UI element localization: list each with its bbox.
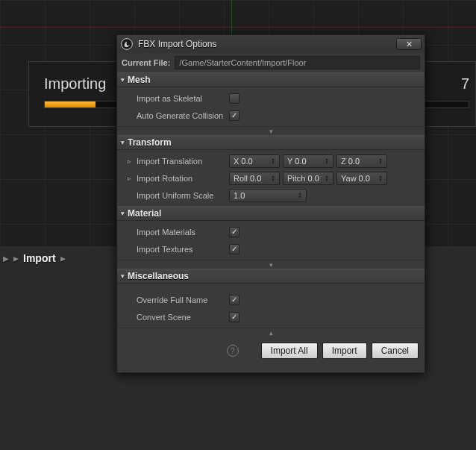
dialog-footer: ? Import All Import Cancel <box>117 337 425 372</box>
row-import-textures: Import Textures <box>117 240 425 257</box>
section-title: Miscellaneous <box>128 271 189 281</box>
disclosure-triangle-icon: ▾ <box>121 139 125 146</box>
checkbox-convert-scene[interactable] <box>229 312 239 322</box>
row-import-as-skeletal: Import as Skeletal <box>117 90 425 107</box>
import-progress-percent: 7 <box>461 75 469 93</box>
label-auto-generate-collision: Auto Generate Collision <box>137 111 229 120</box>
section-mesh: ▾ Mesh Import as Skeletal Auto Generate … <box>117 72 425 135</box>
section-material: ▾ Material Import Materials Import Textu… <box>117 206 425 269</box>
label-import-translation: Import Translation <box>137 157 229 166</box>
expand-icon[interactable]: ▹ <box>128 157 135 165</box>
label-convert-scene: Convert Scene <box>137 313 229 322</box>
spinner-translation-z[interactable]: Z0.0▲▼ <box>336 154 387 168</box>
checkbox-override-full-name[interactable] <box>229 295 239 305</box>
label-import-as-skeletal: Import as Skeletal <box>137 94 229 103</box>
breadcrumb: ▶ ▸ Import ▸ <box>3 252 66 264</box>
close-icon: ✕ <box>406 40 413 49</box>
import-progress-label: Importing <box>44 75 106 93</box>
dialog-title: FBX Import Options <box>138 39 216 49</box>
section-header-material[interactable]: ▾ Material <box>117 206 425 221</box>
import-all-button[interactable]: Import All <box>261 343 318 359</box>
checkbox-import-textures[interactable] <box>229 244 239 254</box>
row-import-materials: Import Materials <box>117 223 425 240</box>
row-auto-generate-collision: Auto Generate Collision <box>117 107 425 124</box>
section-title: Material <box>128 208 161 219</box>
checkbox-auto-generate-collision[interactable] <box>229 110 239 121</box>
checkbox-import-materials[interactable] <box>229 227 239 237</box>
chevron-down-icon: ▾ <box>269 128 273 135</box>
spinner-uniform-scale[interactable]: 1.0▲▼ <box>229 189 307 202</box>
label-import-materials: Import Materials <box>137 228 229 237</box>
row-import-rotation: ▹ Import Rotation Roll0.0▲▼ Pitch0.0▲▼ Y… <box>117 169 425 187</box>
dialog-titlebar[interactable]: FBX Import Options ✕ <box>117 35 425 53</box>
section-miscellaneous: ▾ Miscellaneous Override Full Name Conve… <box>117 269 425 337</box>
import-progress-fill <box>45 101 95 107</box>
fbx-import-options-dialog: FBX Import Options ✕ Current File: /Game… <box>116 34 425 373</box>
section-header-miscellaneous[interactable]: ▾ Miscellaneous <box>117 269 425 284</box>
expand-icon[interactable]: ▹ <box>128 175 135 182</box>
breadcrumb-separator-icon: ▸ <box>13 252 19 264</box>
row-import-uniform-scale: Import Uniform Scale 1.0▲▼ <box>117 187 425 204</box>
row-override-full-name: Override Full Name <box>117 291 425 308</box>
chevron-up-icon: ▴ <box>269 329 273 337</box>
row-convert-scene: Convert Scene <box>117 308 425 325</box>
section-advanced-toggle-mesh[interactable]: ▾ <box>117 126 425 135</box>
section-advanced-toggle-misc[interactable]: ▴ <box>117 328 425 337</box>
disclosure-triangle-icon: ▾ <box>121 76 125 84</box>
spinner-rotation-yaw[interactable]: Yaw0.0▲▼ <box>336 172 387 185</box>
label-override-full-name: Override Full Name <box>137 296 229 304</box>
import-button[interactable]: Import <box>322 343 367 359</box>
section-advanced-toggle-material[interactable]: ▾ <box>117 260 425 269</box>
breadcrumb-separator-icon: ▸ <box>60 252 66 264</box>
label-import-uniform-scale: Import Uniform Scale <box>137 191 229 200</box>
current-file-bar: Current File: /Game/StarterContent/Impor… <box>117 53 425 72</box>
spinner-translation-y[interactable]: Y0.0▲▼ <box>283 154 333 168</box>
current-file-path: /Game/StarterContent/Import/Floor <box>175 56 420 69</box>
label-import-textures: Import Textures <box>137 245 229 254</box>
disclosure-triangle-icon: ▾ <box>121 272 125 280</box>
breadcrumb-current[interactable]: Import <box>23 252 56 264</box>
chevron-down-icon: ▾ <box>269 261 273 269</box>
spinner-translation-x[interactable]: X0.0▲▼ <box>229 154 280 168</box>
chevron-right-icon: ▶ <box>3 254 9 263</box>
checkbox-import-as-skeletal[interactable] <box>229 93 239 104</box>
row-import-translation: ▹ Import Translation X0.0▲▼ Y0.0▲▼ Z0.0▲… <box>117 152 425 169</box>
unreal-logo-icon <box>120 37 134 51</box>
spinner-rotation-pitch[interactable]: Pitch0.0▲▼ <box>283 172 333 185</box>
cancel-button[interactable]: Cancel <box>372 343 419 359</box>
spinner-rotation-roll[interactable]: Roll0.0▲▼ <box>229 172 280 185</box>
current-file-label: Current File: <box>122 58 170 67</box>
section-title: Transform <box>128 137 172 148</box>
section-header-transform[interactable]: ▾ Transform <box>117 135 425 150</box>
svg-point-0 <box>122 39 133 50</box>
grid-axis-x <box>0 27 476 28</box>
disclosure-triangle-icon: ▾ <box>121 210 125 217</box>
section-transform: ▾ Transform ▹ Import Translation X0.0▲▼ … <box>117 135 425 206</box>
section-title: Mesh <box>128 75 151 85</box>
label-import-rotation: Import Rotation <box>137 174 229 183</box>
help-icon[interactable]: ? <box>227 345 239 357</box>
close-button[interactable]: ✕ <box>396 38 422 50</box>
section-header-mesh[interactable]: ▾ Mesh <box>117 72 425 87</box>
